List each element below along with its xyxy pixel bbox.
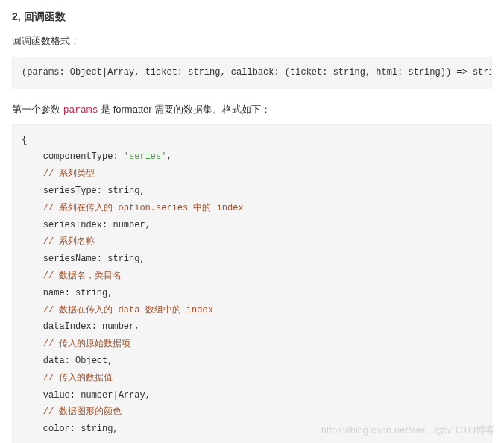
callback-signature-code: (params: Object|Array, ticket: string, c… xyxy=(12,57,492,89)
desc-suffix: 是 formatter 需要的数据集。格式如下： xyxy=(98,104,271,115)
section-subtitle: 回调函数格式： xyxy=(12,34,492,48)
document-content: 2, 回调函数 回调函数格式： (params: Object|Array, t… xyxy=(0,10,504,443)
inline-param-name: params xyxy=(63,104,98,116)
params-structure-code: { componentType: 'series', // 系列类型 serie… xyxy=(12,124,492,443)
section-heading: 2, 回调函数 xyxy=(12,10,492,24)
params-description: 第一个参数 params 是 formatter 需要的数据集。格式如下： xyxy=(12,103,492,116)
signature-text: (params: Object|Array, ticket: string, c… xyxy=(22,67,492,78)
desc-prefix: 第一个参数 xyxy=(12,104,63,115)
